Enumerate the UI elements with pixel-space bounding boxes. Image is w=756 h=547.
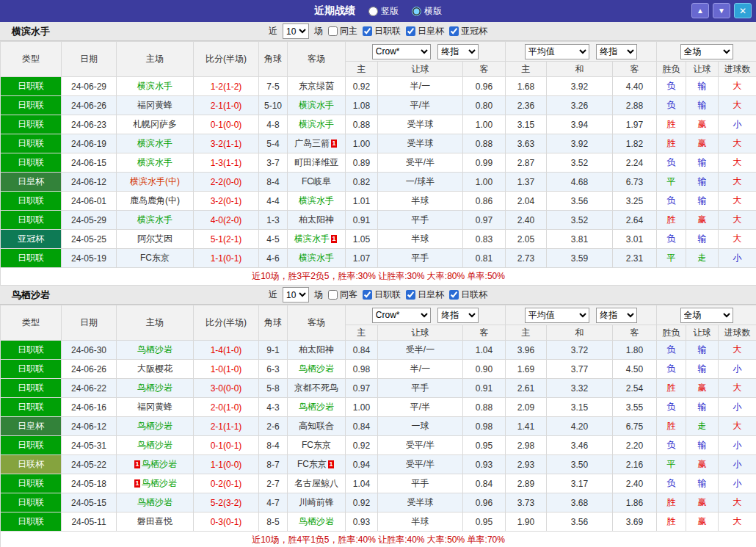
match-row: 日职联24-05-181鸟栖沙岩0-2(0-1)2-7名古屋鲸八1.04平手0.… bbox=[1, 474, 756, 493]
avg-home-cell: 1.69 bbox=[506, 360, 547, 379]
away-team-cell: 东京绿茵 bbox=[288, 77, 346, 96]
league-filter-3[interactable]: 日联杯 bbox=[449, 289, 487, 301]
scroll-up-button[interactable]: ▲ bbox=[691, 3, 709, 18]
league-filter-2[interactable]: 日皇杯 bbox=[406, 289, 444, 301]
result-cell: 平 bbox=[657, 249, 686, 268]
odds-home-cell: 0.94 bbox=[346, 455, 378, 474]
avg-draw-cell: 3.50 bbox=[547, 455, 613, 474]
horizontal-radio-input[interactable] bbox=[412, 7, 421, 16]
score-cell: 2-0(1-0) bbox=[194, 398, 259, 417]
league-filter-3-checkbox[interactable] bbox=[449, 26, 459, 36]
result-cell: 平 bbox=[657, 455, 686, 474]
avg-home-cell: 2.40 bbox=[506, 211, 547, 230]
same-venue-filter[interactable]: 同主 bbox=[328, 25, 357, 37]
scroll-down-button[interactable]: ▼ bbox=[713, 3, 730, 18]
sub-header-avg-draw: 和 bbox=[547, 62, 613, 77]
match-row: 日职联24-06-26福冈黄蜂2-1(1-0)5-10横滨水手1.08平/半0.… bbox=[1, 96, 756, 115]
result-cell: 胜 bbox=[657, 211, 686, 230]
same-venue-checkbox[interactable] bbox=[328, 26, 338, 36]
titlebar-center: 近期战绩 竖版 横版 bbox=[314, 0, 442, 22]
league-badge: 日职联 bbox=[1, 398, 62, 417]
odds-home-cell: 0.97 bbox=[346, 379, 378, 398]
red-card-badge: 1 bbox=[331, 235, 337, 243]
corner-cell: 4-8 bbox=[259, 115, 288, 134]
odds-away-cell: 0.98 bbox=[463, 417, 506, 436]
home-team-cell: 横滨水手 bbox=[117, 77, 194, 96]
odds-company-select[interactable]: Crow* bbox=[372, 44, 431, 59]
odds-home-cell: 0.98 bbox=[346, 360, 378, 379]
odds-handicap-cell: 半/一 bbox=[378, 360, 463, 379]
team-name-text: 福冈黄蜂 bbox=[137, 402, 172, 412]
layout-radio-vertical[interactable]: 竖版 bbox=[368, 5, 399, 18]
goals-result-cell: 大 bbox=[719, 379, 756, 398]
result-cell: 负 bbox=[657, 360, 686, 379]
results-table: 类型 日期 主场 比分(半场) 角球 客场 Crow* 终指 平均值 终指 bbox=[0, 41, 756, 286]
league-filter-1-checkbox[interactable] bbox=[363, 26, 372, 36]
vertical-radio-input[interactable] bbox=[368, 7, 378, 16]
away-team-cell: 柏太阳神 bbox=[288, 211, 346, 230]
filter-bar: 近 10 场 同主 日职联 日皇杯 亚冠杯 bbox=[269, 23, 487, 39]
odds-home-cell: 0.92 bbox=[346, 493, 378, 512]
odds-away-cell: 0.88 bbox=[463, 398, 506, 417]
sub-header-goals: 进球数 bbox=[719, 62, 756, 77]
away-team-cell: 鸟栖沙岩 bbox=[288, 360, 346, 379]
away-team-cell: FC东京1 bbox=[288, 455, 346, 474]
league-filter-1[interactable]: 日职联 bbox=[363, 25, 401, 37]
odds-handicap-cell: 平手 bbox=[378, 474, 463, 493]
home-team-cell: 鸟栖沙岩 bbox=[117, 436, 194, 455]
league-filter-1[interactable]: 日职联 bbox=[363, 289, 401, 301]
avg-away-cell: 2.40 bbox=[613, 474, 657, 493]
average-select[interactable]: 平均值 bbox=[525, 44, 589, 59]
team-name-text: 鹿岛鹿角(中) bbox=[130, 195, 180, 206]
avg-home-cell: 2.04 bbox=[506, 192, 547, 211]
league-badge: 日职联 bbox=[1, 153, 62, 173]
average-select[interactable]: 平均值 bbox=[525, 308, 589, 323]
same-venue-checkbox[interactable] bbox=[328, 290, 338, 300]
odds-away-cell: 0.91 bbox=[463, 379, 506, 398]
league-filter-3[interactable]: 亚冠杯 bbox=[449, 25, 487, 37]
handicap-result-cell: 输 bbox=[686, 173, 719, 192]
result-cell: 负 bbox=[657, 77, 686, 96]
league-filter-2-checkbox[interactable] bbox=[406, 26, 415, 36]
avg-final-select[interactable]: 终指 bbox=[596, 308, 637, 323]
league-filter-3-checkbox[interactable] bbox=[449, 290, 459, 300]
match-row: 日职联24-06-16福冈黄蜂2-0(1-0)4-3鸟栖沙岩1.00平/半0.8… bbox=[1, 398, 756, 417]
avg-final-select[interactable]: 终指 bbox=[596, 44, 637, 59]
titlebar: 近期战绩 竖版 横版 ▲ ▼ ✕ bbox=[0, 0, 756, 22]
odds-final-select[interactable]: 终指 bbox=[437, 308, 479, 323]
handicap-result-cell: 输 bbox=[686, 474, 719, 493]
team-name-text: 横滨水手 bbox=[137, 81, 172, 91]
team-name-text: 鸟栖沙岩 bbox=[142, 459, 177, 469]
away-team-cell: 名古屋鲸八 bbox=[288, 474, 346, 493]
corner-cell: 4-3 bbox=[259, 398, 288, 417]
result-cell: 负 bbox=[657, 474, 686, 493]
same-venue-filter[interactable]: 同客 bbox=[328, 289, 357, 301]
near-label: 近 bbox=[269, 25, 277, 37]
sub-header-goals: 进球数 bbox=[719, 325, 756, 341]
avg-home-cell: 2.89 bbox=[506, 474, 547, 493]
red-card-badge: 1 bbox=[331, 140, 337, 148]
odds-final-select[interactable]: 终指 bbox=[437, 44, 479, 59]
odds-company-select[interactable]: Crow* bbox=[372, 308, 431, 323]
layout-radio-horizontal[interactable]: 横版 bbox=[412, 5, 442, 18]
team-name-text: 鸟栖沙岩 bbox=[137, 497, 172, 507]
corner-cell: 2-7 bbox=[259, 474, 288, 493]
fulltime-select[interactable]: 全场 bbox=[680, 308, 733, 323]
match-count-select[interactable]: 10 bbox=[283, 287, 309, 303]
team-name-text: 鸟栖沙岩 bbox=[299, 363, 334, 374]
league-filter-1-checkbox[interactable] bbox=[363, 290, 372, 300]
team-name-text: 大阪樱花 bbox=[137, 363, 172, 374]
odds-home-cell: 0.82 bbox=[346, 173, 378, 192]
fulltime-select[interactable]: 全场 bbox=[680, 44, 733, 59]
league-filter-2-checkbox[interactable] bbox=[406, 290, 415, 300]
odds-home-cell: 0.88 bbox=[346, 115, 378, 134]
match-date: 24-06-12 bbox=[62, 417, 117, 436]
odds-handicap-cell: 半球 bbox=[378, 230, 463, 249]
goals-result-cell: 小 bbox=[719, 455, 756, 474]
goals-result-cell: 小 bbox=[719, 436, 756, 455]
close-button[interactable]: ✕ bbox=[734, 3, 752, 18]
odds-home-cell: 0.92 bbox=[346, 436, 378, 455]
match-count-select[interactable]: 10 bbox=[283, 23, 309, 39]
league-filter-2[interactable]: 日皇杯 bbox=[406, 25, 444, 37]
handicap-result-cell: 赢 bbox=[686, 115, 719, 134]
